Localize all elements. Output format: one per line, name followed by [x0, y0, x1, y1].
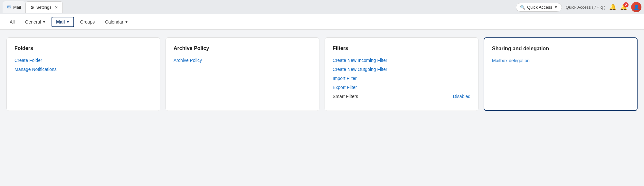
tab-mail-label: Mail — [13, 5, 21, 10]
nav-calendar-label: Calendar — [105, 19, 123, 24]
tab-bar: ✉ Mail ⚙ Settings ✕ 🔍 Quick Access ▼ Qui… — [0, 0, 644, 14]
search-icon: 🔍 — [520, 5, 525, 10]
notification-badge: 2 — [623, 2, 629, 7]
chevron-down-icon: ▼ — [554, 5, 558, 9]
card-archive-policy-title: Archive Policy — [174, 45, 311, 51]
cards-grid: FoldersCreate FolderManage Notifications… — [6, 37, 638, 111]
mail-icon: ✉ — [7, 4, 11, 10]
header-right: 🔍 Quick Access ▼ Quick Access ( / + q ) … — [516, 2, 641, 12]
nav-item-general[interactable]: General ▼ — [21, 17, 51, 27]
notification-area: 🔔 2 — [620, 4, 627, 11]
tab-settings[interactable]: ⚙ Settings ✕ — [25, 1, 63, 13]
nav-item-mail[interactable]: Mail ▼ — [52, 17, 74, 27]
avatar-image: 👤 — [631, 2, 641, 12]
link-archive-policy-link[interactable]: Archive Policy — [174, 58, 311, 63]
tab-mail[interactable]: ✉ Mail — [3, 1, 25, 13]
link-mailbox-delegation[interactable]: Mailbox delegation — [492, 58, 629, 63]
row-smart-filters: Smart FiltersDisabled — [333, 94, 470, 99]
settings-icon: ⚙ — [30, 5, 34, 10]
quick-access-shortcut: Quick Access ( / + q ) — [566, 5, 605, 10]
link-export-filter[interactable]: Export Filter — [333, 85, 470, 90]
nav-groups-label: Groups — [80, 19, 95, 24]
avatar[interactable]: 👤 — [631, 2, 641, 12]
card-filters-title: Filters — [333, 45, 470, 51]
card-archive-policy: Archive PolicyArchive Policy — [166, 37, 319, 111]
nav-item-groups[interactable]: Groups — [75, 17, 99, 27]
link-manage-notifications[interactable]: Manage Notifications — [14, 67, 152, 72]
tab-settings-label: Settings — [36, 5, 52, 10]
row-smart-filters-value[interactable]: Disabled — [453, 94, 470, 99]
row-smart-filters-label: Smart Filters — [333, 94, 358, 99]
card-sharing-delegation-title: Sharing and delegation — [492, 46, 629, 52]
quick-access-search-button[interactable]: 🔍 Quick Access ▼ — [516, 3, 562, 12]
nav-mail-label: Mail — [56, 19, 65, 24]
sound-icon[interactable]: 🔔 — [609, 4, 616, 11]
nav-all-label: All — [10, 19, 15, 24]
nav-general-label: General — [25, 19, 41, 24]
card-filters: FiltersCreate New Incoming FilterCreate … — [325, 37, 478, 111]
chevron-down-icon: ▼ — [66, 20, 70, 24]
quick-access-search-label: Quick Access — [527, 5, 552, 10]
nav-item-all[interactable]: All — [5, 17, 19, 27]
nav-bar: All General ▼ Mail ▼ Groups Calendar ▼ — [0, 14, 644, 30]
chevron-down-icon: ▼ — [42, 20, 46, 24]
card-folders-title: Folders — [14, 45, 152, 51]
link-create-incoming-filter[interactable]: Create New Incoming Filter — [333, 58, 470, 63]
link-create-folder[interactable]: Create Folder — [14, 58, 152, 63]
nav-item-calendar[interactable]: Calendar ▼ — [100, 17, 133, 27]
chevron-down-icon: ▼ — [125, 20, 128, 24]
close-tab-icon[interactable]: ✕ — [55, 5, 58, 10]
link-create-outgoing-filter[interactable]: Create New Outgoing Filter — [333, 67, 470, 72]
link-import-filter[interactable]: Import Filter — [333, 76, 470, 81]
card-folders: FoldersCreate FolderManage Notifications — [6, 37, 160, 111]
main-content: FoldersCreate FolderManage Notifications… — [0, 30, 644, 186]
card-sharing-delegation: Sharing and delegationMailbox delegation — [484, 37, 638, 111]
